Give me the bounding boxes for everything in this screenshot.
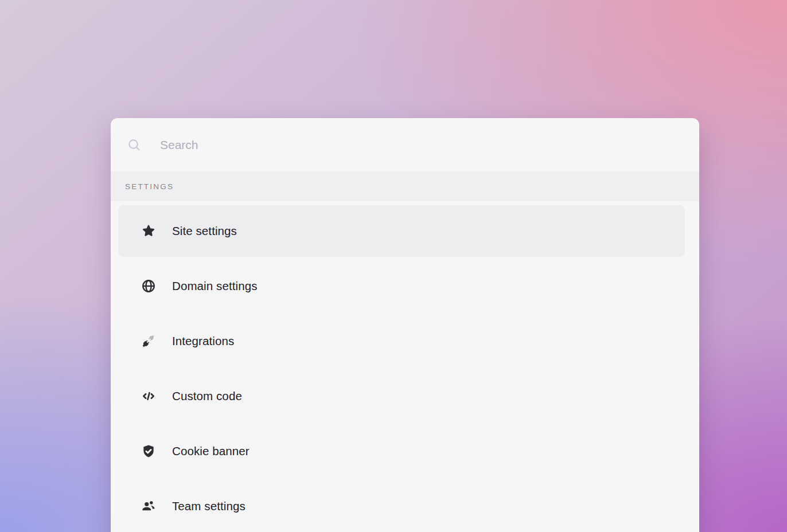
settings-command-palette: SETTINGS Site settings Domain settings (111, 118, 699, 532)
list-item-label: Team settings (172, 499, 246, 513)
list-item-site-settings[interactable]: Site settings (118, 205, 685, 257)
list-item-custom-code[interactable]: Custom code (118, 370, 685, 422)
list-item-cookie-banner[interactable]: Cookie banner (118, 425, 685, 477)
globe-icon (141, 279, 156, 294)
list-item-domain-settings[interactable]: Domain settings (118, 260, 685, 312)
desktop-background: { "search": { "placeholder": "Search", "… (0, 0, 787, 532)
search-icon (127, 138, 141, 152)
list-item-team-settings[interactable]: Team settings (118, 480, 685, 532)
star-icon (141, 224, 156, 238)
settings-list: Site settings Domain settings (111, 201, 699, 532)
shield-check-icon (141, 444, 156, 459)
search-bar (111, 118, 699, 171)
section-header-settings: SETTINGS (111, 171, 699, 201)
list-item-label: Integrations (172, 334, 234, 348)
code-icon (141, 389, 156, 404)
list-item-label: Domain settings (172, 279, 257, 293)
search-input[interactable] (160, 138, 699, 152)
list-item-label: Site settings (172, 224, 237, 238)
team-icon (141, 499, 156, 514)
section-header-label: SETTINGS (125, 182, 174, 191)
list-item-label: Cookie banner (172, 444, 250, 458)
plug-icon (141, 334, 156, 349)
list-item-integrations[interactable]: Integrations (118, 315, 685, 367)
list-item-label: Custom code (172, 389, 242, 403)
